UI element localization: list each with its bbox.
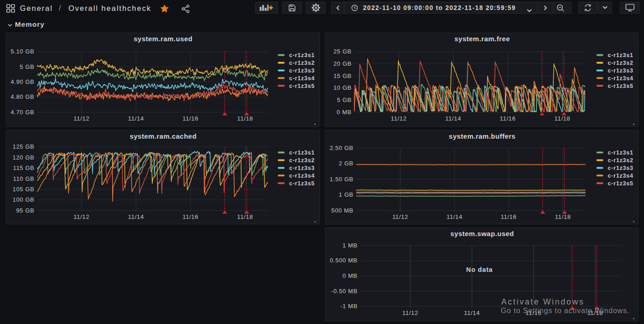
svg-text:11/14: 11/14 xyxy=(128,115,144,122)
svg-text:100 GB: 100 GB xyxy=(13,196,34,203)
svg-text:11/12: 11/12 xyxy=(73,213,89,220)
svg-text:c-r1z3s5: c-r1z3s5 xyxy=(608,83,633,89)
svg-text:c-r1z3s3: c-r1z3s3 xyxy=(289,165,315,171)
svg-text:11/16: 11/16 xyxy=(501,213,517,220)
svg-text:11/12: 11/12 xyxy=(392,213,408,220)
svg-text:500 MB: 500 MB xyxy=(331,207,353,214)
svg-text:0 MB: 0 MB xyxy=(337,109,352,116)
svg-text:2.50 GB: 2.50 GB xyxy=(329,145,353,151)
svg-text:4.70 GB: 4.70 GB xyxy=(10,109,34,116)
svg-text:4.90 GB: 4.90 GB xyxy=(10,78,34,85)
svg-text:11/12: 11/12 xyxy=(73,115,89,122)
svg-text:11/12: 11/12 xyxy=(391,115,407,122)
svg-text:c-r1z3s1: c-r1z3s1 xyxy=(289,150,315,156)
svg-text:c-r1z3s1: c-r1z3s1 xyxy=(289,52,315,58)
svg-text:11/14: 11/14 xyxy=(445,115,461,122)
svg-text:11/18: 11/18 xyxy=(237,115,253,122)
svg-text:125 GB: 125 GB xyxy=(13,143,34,150)
svg-text:11/16: 11/16 xyxy=(183,213,199,220)
svg-text:5 GB: 5 GB xyxy=(337,97,352,103)
svg-text:c-r1z3s5: c-r1z3s5 xyxy=(608,180,633,187)
svg-text:11/14: 11/14 xyxy=(446,213,462,220)
svg-text:105 GB: 105 GB xyxy=(13,186,34,193)
svg-text:5 GB: 5 GB xyxy=(20,63,34,70)
svg-text:No data: No data xyxy=(466,266,493,273)
svg-text:120 GB: 120 GB xyxy=(13,154,34,161)
svg-text:c-r1z3s4: c-r1z3s4 xyxy=(608,75,633,82)
svg-text:c-r1z3s2: c-r1z3s2 xyxy=(289,60,315,66)
svg-text:c-r1z3s5: c-r1z3s5 xyxy=(289,180,315,187)
svg-text:0.500 MB: 0.500 MB xyxy=(330,257,358,264)
svg-text:11/16: 11/16 xyxy=(183,115,199,122)
svg-text:1 MB: 1 MB xyxy=(343,242,358,249)
svg-text:c-r1z3s3: c-r1z3s3 xyxy=(608,68,633,74)
svg-text:11/14: 11/14 xyxy=(464,309,480,316)
svg-text:c-r1z3s5: c-r1z3s5 xyxy=(289,83,315,89)
svg-text:2 GB: 2 GB xyxy=(339,160,353,167)
svg-text:11/12: 11/12 xyxy=(402,309,418,316)
svg-text:-1 MB: -1 MB xyxy=(340,303,358,309)
svg-text:c-r1z3s1: c-r1z3s1 xyxy=(608,52,633,58)
svg-text:95 GB: 95 GB xyxy=(16,207,34,214)
svg-text:25 GB: 25 GB xyxy=(334,48,352,55)
svg-text:115 GB: 115 GB xyxy=(13,164,34,171)
svg-text:c-r1z3s2: c-r1z3s2 xyxy=(289,157,315,164)
svg-text:0 MB: 0 MB xyxy=(343,272,358,279)
svg-text:system.ram.cached: system.ram.cached xyxy=(130,132,197,140)
svg-text:11/14: 11/14 xyxy=(128,213,144,220)
svg-text:11/18: 11/18 xyxy=(237,213,253,220)
svg-text:10 GB: 10 GB xyxy=(334,84,352,91)
svg-text:1 GB: 1 GB xyxy=(339,191,353,198)
svg-text:c-r1z3s4: c-r1z3s4 xyxy=(289,75,315,82)
svg-text:110 GB: 110 GB xyxy=(13,175,34,182)
svg-text:11/18: 11/18 xyxy=(555,213,571,220)
svg-text:c-r1z3s4: c-r1z3s4 xyxy=(608,173,633,179)
svg-text:c-r1z3s3: c-r1z3s3 xyxy=(289,68,315,74)
svg-text:-0.50 MB: -0.50 MB xyxy=(331,288,358,295)
svg-text:c-r1z3s2: c-r1z3s2 xyxy=(608,60,633,66)
svg-text:4.80 GB: 4.80 GB xyxy=(10,93,34,100)
svg-text:system.ram.buffers: system.ram.buffers xyxy=(449,132,515,140)
svg-text:11/18: 11/18 xyxy=(554,115,570,122)
svg-text:c-r1z3s4: c-r1z3s4 xyxy=(289,173,315,179)
svg-text:c-r1z3s2: c-r1z3s2 xyxy=(608,157,633,164)
svg-text:20 GB: 20 GB xyxy=(334,60,352,67)
svg-text:system.swap.used: system.swap.used xyxy=(450,230,514,237)
svg-text:c-r1z3s3: c-r1z3s3 xyxy=(608,165,633,171)
svg-text:system.ram.free: system.ram.free xyxy=(455,35,510,43)
svg-text:system.ram.used: system.ram.used xyxy=(134,35,193,43)
svg-text:15 GB: 15 GB xyxy=(334,73,352,79)
svg-text:c-r1z3s1: c-r1z3s1 xyxy=(608,150,633,156)
svg-text:11/16: 11/16 xyxy=(500,115,516,122)
svg-text:5.10 GB: 5.10 GB xyxy=(10,48,34,55)
svg-text:1.50 GB: 1.50 GB xyxy=(329,176,353,183)
